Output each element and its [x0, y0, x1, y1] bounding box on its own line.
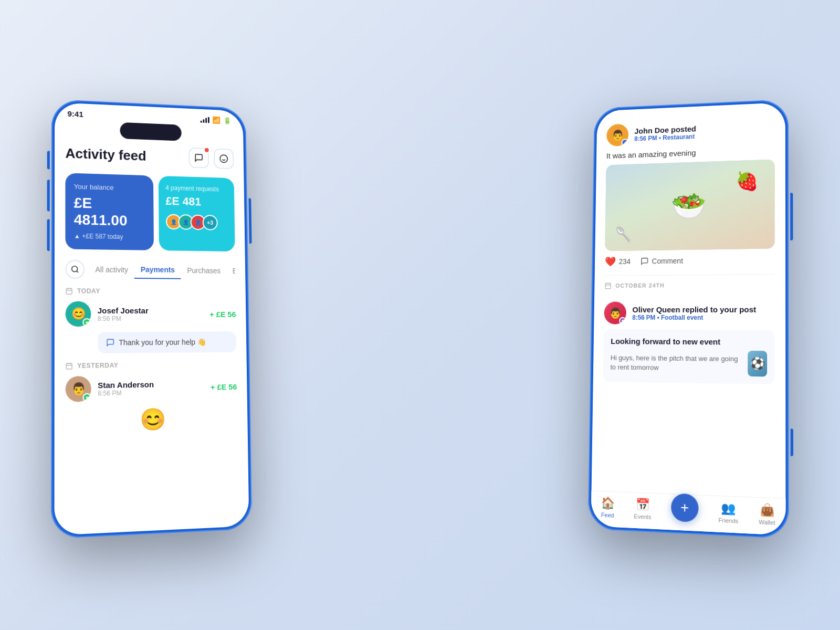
tab-events[interactable]: Eve...	[226, 262, 235, 279]
nav-wallet[interactable]: 👜 Wallet	[759, 502, 775, 526]
josef-name: Josef Joestar	[98, 306, 210, 314]
nav-feed[interactable]: 🏠 Feed	[601, 496, 615, 519]
friends-label: Friends	[719, 517, 739, 524]
feed-icon: 🏠	[601, 496, 615, 510]
john-action: posted	[671, 124, 696, 133]
comment-button[interactable]: Comment	[640, 257, 683, 266]
right-power-button-2[interactable]	[791, 429, 793, 456]
payment-avatars: 👤 👤 👤 +3	[166, 214, 228, 231]
yesterday-section-header: YESTERDAY	[65, 361, 236, 370]
payment-amount: £E 481	[165, 194, 227, 209]
tab-all-activity[interactable]: All activity	[89, 261, 134, 278]
app-header: Activity feed	[65, 141, 234, 169]
john-doe-post: 👨 John Doe posted 8:56 PM	[605, 109, 775, 276]
svg-rect-8	[66, 363, 72, 369]
stan-amount: + £E 56	[211, 382, 237, 392]
like-button[interactable]: ❤️ 234	[605, 256, 631, 267]
oliver-action: replied to your post	[682, 304, 757, 313]
balance-amount: £E 4811.00	[74, 195, 145, 230]
wifi-icon: 📶	[212, 116, 220, 124]
volume-up-button[interactable]	[47, 180, 50, 211]
food-image-art: 🥗 🍓 🥄	[605, 160, 774, 251]
post-header-oliver: 👨 Oliver Queen replied to your post	[604, 301, 774, 325]
balance-cards-container: Your balance £E 4811.00 ▲ +£E 587 today …	[65, 173, 235, 251]
signal-icon	[201, 117, 209, 123]
filter-tabs: All activity Payments Purchases Eve...	[65, 260, 235, 280]
comment-icon	[640, 257, 649, 266]
feed-label: Feed	[601, 511, 614, 518]
john-post-text: It was an amazing evening	[606, 145, 775, 160]
nav-events[interactable]: 📅 Events	[634, 497, 652, 520]
avatar-indicator	[82, 318, 91, 327]
activity-item-josef[interactable]: 😊 Josef Joestar 8:56 PM + £E 56	[65, 301, 236, 327]
post-header-john: 👨 John Doe posted 8:56 PM	[606, 117, 774, 146]
battery-icon: 🔋	[223, 117, 231, 124]
svg-point-0	[220, 155, 227, 163]
events-icon: 📅	[636, 497, 650, 512]
events-label: Events	[634, 513, 651, 520]
john-post-indicator	[622, 139, 628, 146]
today-label: TODAY	[77, 287, 100, 295]
page-title: Activity feed	[65, 145, 146, 164]
oliver-indicator	[619, 317, 626, 324]
message-icon	[106, 338, 114, 346]
john-meta: John Doe posted 8:56 PM • Restaurant	[634, 124, 696, 142]
emoji-decoration: 😊	[65, 405, 237, 434]
search-icon	[71, 265, 79, 274]
phone-left: 9:41 📶 🔋 Activity feed	[51, 99, 252, 539]
svg-rect-4	[66, 289, 72, 295]
spoon-emoji: 🥄	[615, 226, 633, 244]
friends-icon: 👥	[721, 501, 736, 516]
volume-mute-button[interactable]	[47, 151, 50, 169]
balance-card-main[interactable]: Your balance £E 4811.00 ▲ +£E 587 today	[65, 173, 153, 250]
josef-avatar: 😊	[65, 301, 91, 327]
heart-icon: ❤️	[605, 256, 616, 268]
chat-icon-button[interactable]	[188, 148, 209, 169]
phone-right: 👨 John Doe posted 8:56 PM	[588, 99, 789, 539]
oliver-name: Oliver Queen replied to your post	[632, 304, 756, 313]
tab-purchases[interactable]: Purchases	[181, 262, 227, 279]
svg-rect-12	[605, 284, 611, 289]
up-arrow-icon	[85, 320, 89, 324]
stan-indicator	[82, 393, 91, 402]
yesterday-label: YESTERDAY	[77, 362, 118, 370]
thank-you-message: Thank you for your help 👋	[98, 331, 237, 353]
add-icon: +	[680, 500, 689, 516]
activity-item-stan[interactable]: 👨 Stan Anderson 8:56 PM + £E 56	[65, 374, 237, 402]
volume-down-button[interactable]	[47, 219, 49, 251]
josef-info: Josef Joestar 8:56 PM	[98, 306, 210, 322]
face-icon-button[interactable]	[214, 148, 234, 169]
josef-time: 8:56 PM	[98, 314, 210, 322]
right-power-button[interactable]	[790, 193, 793, 240]
reply-image-row: Hi guys, here is the pitch that we are g…	[610, 350, 767, 377]
search-button[interactable]	[65, 260, 85, 279]
josef-amount: + £E 56	[209, 310, 236, 319]
calendar-icon-2	[65, 362, 72, 370]
oliver-avatar: 👨	[604, 301, 626, 324]
reply-card-text: Hi guys, here is the pitch that we are g…	[611, 353, 743, 373]
up-arrow-icon-2	[85, 395, 89, 400]
avatar-more: +3	[202, 215, 217, 230]
left-screen-content: Activity feed Your balance	[55, 140, 249, 531]
oliver-meta: Oliver Queen replied to your post 8:56 P…	[632, 304, 756, 321]
food-emoji: 🥗	[671, 188, 707, 223]
tab-payments[interactable]: Payments	[134, 261, 181, 279]
reply-image: ⚽	[748, 351, 767, 376]
balance-label: Your balance	[74, 183, 145, 193]
header-icons	[188, 148, 234, 169]
payment-requests-card[interactable]: 4 payment requests £E 481 👤 👤 👤 +3	[159, 176, 235, 251]
emoji-icon	[219, 154, 228, 163]
wallet-icon: 👜	[760, 502, 774, 517]
bowl-emoji: 🍓	[736, 170, 759, 192]
add-button[interactable]: +	[671, 493, 699, 522]
post-food-image: 🥗 🍓 🥄	[605, 160, 774, 251]
payment-requests-label: 4 payment requests	[165, 184, 227, 193]
nav-friends[interactable]: 👥 Friends	[719, 501, 739, 524]
power-button[interactable]	[249, 198, 252, 244]
svg-point-3	[72, 266, 78, 272]
chat-badge	[204, 147, 210, 153]
stan-time: 8:56 PM	[98, 387, 211, 397]
stan-info: Stan Anderson 8:56 PM	[98, 379, 211, 397]
dynamic-island	[120, 122, 181, 141]
john-avatar: 👨	[606, 124, 628, 147]
